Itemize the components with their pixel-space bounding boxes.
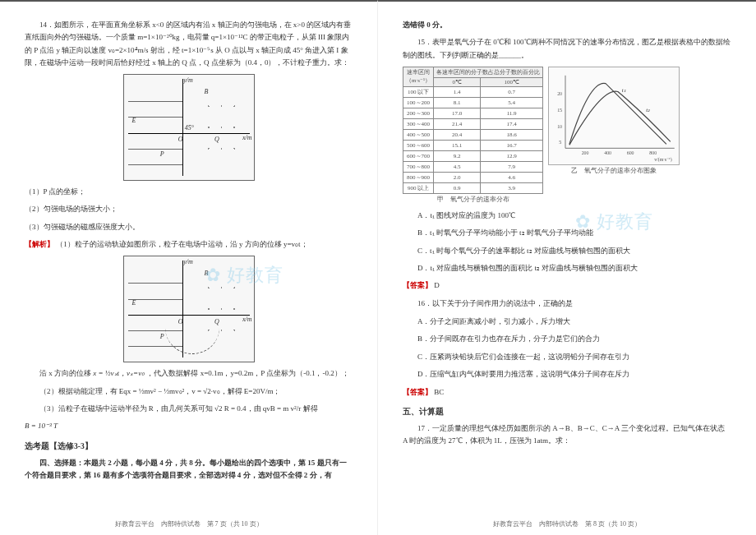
sol2-part1: 沿 x 方向的位移 <box>39 369 93 377</box>
table-cell: 700～800 <box>403 161 434 172</box>
page-8: 选错得 0 分。 15．表甲是氧气分子在 0℃和 100℃两种不同情况下的速率分… <box>378 0 756 535</box>
table-row: 100 以下1.40.7 <box>403 86 543 97</box>
footer-page-8: 好教育云平台 内部特供试卷 第 8 页（共 10 页） <box>378 519 756 528</box>
q16-opt-c: C．压紧两块铅块后它们会连接在一起，这说明铅分子间存在引力 <box>417 351 731 362</box>
table-cell: 0.9 <box>434 182 481 193</box>
q15-intro: 15．表甲是氧气分子在 0℃和 100℃两种不同情况下的速率分布情况，图乙是根据… <box>403 36 731 62</box>
table-row: 200～30017.011.9 <box>403 108 543 118</box>
fig2-P-label: P <box>160 333 164 340</box>
svg-text:v/(m·s⁻¹): v/(m·s⁻¹) <box>654 157 672 163</box>
svg-text:5: 5 <box>559 140 561 145</box>
sol2-formula: x = ½vₓt，vₓ=v₀ <box>93 369 145 377</box>
fig2-x-axis-label: x/m <box>242 316 252 323</box>
table-cell: 17.0 <box>434 108 481 118</box>
figure-q14-2: y/m x/m E B P O Q <box>123 256 255 362</box>
svg-text:t₁: t₁ <box>622 86 626 92</box>
table-row: 300～40021.417.4 <box>403 118 543 129</box>
section-5-title: 五、计算题 <box>403 407 731 417</box>
fig1-angle: 45° <box>185 124 194 131</box>
fig2-y-axis-label: y/m <box>183 258 193 265</box>
table-cell: 4.6 <box>481 172 543 182</box>
fig2-B-label: B <box>204 270 208 277</box>
q14-sub1: （1）P 点的坐标； <box>25 186 353 198</box>
chart-wrapper: 5 10 15 20 200 400 600 800 t₁ t₂ v/(m·s⁻… <box>548 67 680 175</box>
svg-text:800: 800 <box>649 150 657 155</box>
fig1-Q-label: Q <box>214 136 219 143</box>
table-row: 900 以上0.93.9 <box>403 182 543 193</box>
solution-label: 【解析】 <box>25 240 54 248</box>
q15-opt-c: C．t₁ 时每个氧气分子的速率都比 t₂ 对应曲线与横轴包围的面积大 <box>417 245 731 256</box>
table-cell: 18.6 <box>481 129 543 140</box>
table-row: 700～8004.57.9 <box>403 161 543 172</box>
section-4-title: 四、选择题：本题共 2 小题，每小题 4 分，共 8 分。每小题给出的四个选项中… <box>25 457 353 482</box>
q16-opt-d: D．压缩气缸内气体时要用力推活塞，这说明气体分子间存在斥力 <box>417 368 731 380</box>
svg-text:600: 600 <box>627 150 634 155</box>
fig1-O-label: O <box>178 136 183 143</box>
table-caption: 甲 氧气分子的速率分布 <box>403 196 543 204</box>
answer-16-value: BC <box>434 388 444 396</box>
q14-sub3: （3）匀强磁场的磁感应强度大小。 <box>25 221 353 233</box>
solution-text-4: （3）沿粒子在磁场中运动半径为 R，由几何关系可知 √2 R = 0.4，由 q… <box>25 403 353 415</box>
table-cell: 600～700 <box>403 150 434 161</box>
table-cell: 300～400 <box>403 118 434 129</box>
svg-text:t₂: t₂ <box>646 107 650 113</box>
th-speed-range: 速率区间 （m·s⁻¹） <box>403 67 434 86</box>
table-row: 500～60015.116.7 <box>403 140 543 150</box>
q14-sub2: （2）匀强电场的场强大小； <box>25 203 353 215</box>
table-cell: 800～900 <box>403 172 434 182</box>
table-cell: 100～200 <box>403 97 434 108</box>
table-row: 800～9002.04.6 <box>403 172 543 182</box>
answer-15-label: 【答案】 <box>403 281 432 289</box>
answer-16: 【答案】 BC <box>403 386 731 399</box>
table-cell: 16.7 <box>481 140 543 150</box>
th-percent: 各速率区间的分子数占总分子数的百分比 <box>434 67 543 77</box>
table-row: 600～7009.212.9 <box>403 150 543 161</box>
fig1-E-label: E <box>132 117 136 124</box>
solution-line-1: 【解析】 （1）粒子的运动轨迹如图所示，粒子在电场中运动，沿 y 方向的位移 y… <box>25 238 353 251</box>
table-cell: 5.4 <box>481 97 543 108</box>
fig1-x-axis-label: x/m <box>242 134 252 141</box>
q15-opt-b: B．t₁ 时氧气分子平均动能小于 t₂ 时氧气分子平均动能 <box>417 227 731 238</box>
table-wrapper: 速率区间 （m·s⁻¹） 各速率区间的分子数占总分子数的百分比 0℃ 100℃ … <box>403 67 543 204</box>
answer-15-value: D <box>434 281 440 289</box>
table-row: 400～50020.418.6 <box>403 129 543 140</box>
solution-text-1: （1）粒子的运动轨迹如图所示，粒子在电场中运动，沿 y 方向的位移 y=v₀t； <box>56 240 307 248</box>
q15-opt-a: A．t₁ 图线对应的温度为 100℃ <box>417 210 731 221</box>
q15-opt-d: D．t₁ 对应曲线与横轴包围的面积比 t₂ 对应曲线与横轴包围的面积大 <box>417 262 731 274</box>
chart-svg: 5 10 15 20 200 400 600 800 t₁ t₂ v/(m·s⁻… <box>549 67 679 164</box>
th-0c: 0℃ <box>434 77 481 86</box>
speed-distribution-table: 速率区间 （m·s⁻¹） 各速率区间的分子数占总分子数的百分比 0℃ 100℃ … <box>403 67 543 194</box>
table-cell: 20.4 <box>434 129 481 140</box>
svg-text:400: 400 <box>604 150 611 155</box>
table-cell: 200～300 <box>403 108 434 118</box>
table-cell: 9.2 <box>434 150 481 161</box>
solution-text-2: 沿 x 方向的位移 x = ½vₓt，vₓ=v₀ ，代入数据解得 x=0.1m，… <box>25 367 353 380</box>
q14-intro: 14．如图所示，在平面直角坐标系 x<0 的区域内有沿 x 轴正向的匀强电场，在… <box>25 19 353 69</box>
q17-intro: 17．一定质量的理想气体经历如图所示的 A→B、B→C、C→A 三个变化过程。已… <box>403 422 731 448</box>
table-cell: 3.9 <box>481 182 543 193</box>
table-cell: 7.9 <box>481 161 543 172</box>
fig1-B-label: B <box>204 88 208 95</box>
table-cell: 400～500 <box>403 129 434 140</box>
table-cell: 500～600 <box>403 140 434 150</box>
table-cell: 11.9 <box>481 108 543 118</box>
svg-text:20: 20 <box>557 91 562 96</box>
fig1-P-label: P <box>160 150 164 158</box>
answer-15: 【答案】 D <box>403 279 731 292</box>
svg-text:15: 15 <box>557 108 562 113</box>
table-cell: 2.0 <box>434 172 481 182</box>
table-cell: 1.4 <box>434 86 481 97</box>
q16-opt-b: B．分子间既存在引力也存在斥力，分子力是它们的合力 <box>417 333 731 344</box>
table-cell: 4.5 <box>434 161 481 172</box>
th-100c: 100℃ <box>481 77 543 86</box>
chart-caption: 乙 氧气分子的速率分布图象 <box>548 167 680 175</box>
answer-16-label: 【答案】 <box>403 388 432 396</box>
speed-distribution-chart: 5 10 15 20 200 400 600 800 t₁ t₂ v/(m·s⁻… <box>548 67 680 165</box>
q16-intro: 16．以下关于分子间作用力的说法中，正确的是 <box>403 297 731 310</box>
figure-q14-1: y/m x/m E B P O Q 45° <box>123 74 255 181</box>
svg-text:200: 200 <box>582 150 589 155</box>
table-cell: 8.1 <box>434 97 481 108</box>
table-cell: 0.7 <box>481 86 543 97</box>
table-row: 100～2008.15.4 <box>403 97 543 108</box>
trajectory-curve <box>165 328 219 354</box>
